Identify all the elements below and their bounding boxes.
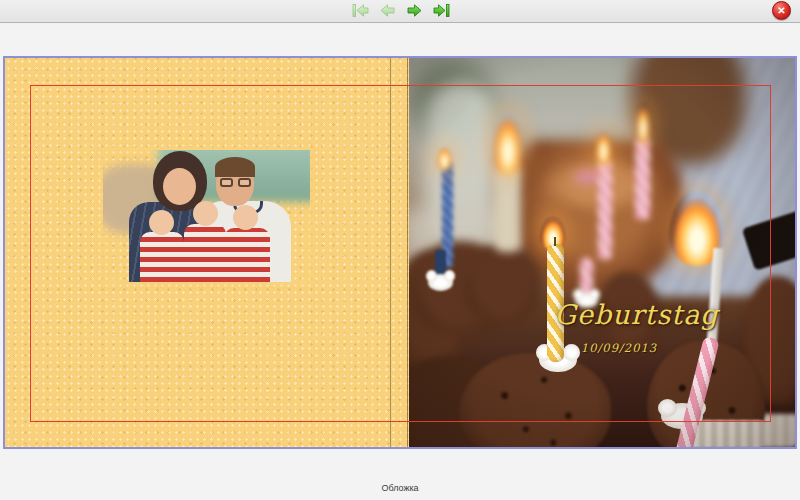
cream-candle: [494, 164, 521, 252]
photobook-editor-window: ✕ Обложка: [0, 0, 800, 500]
page-navigation-group: [352, 3, 450, 18]
first-page-button[interactable]: [352, 3, 369, 18]
baby-face: [149, 210, 174, 235]
father-glasses: [220, 178, 251, 187]
baby-striped-suit: [224, 228, 270, 282]
front-cover-photo[interactable]: Geburtstag 10/09/2013: [409, 58, 795, 447]
last-page-icon: [433, 3, 450, 18]
toolbar: ✕: [0, 0, 800, 23]
cover-date-text[interactable]: 10/09/2013: [559, 341, 679, 355]
previous-page-icon: [379, 3, 396, 18]
father-hair: [215, 157, 255, 177]
pink-candle: [598, 160, 612, 260]
spine-fold-line-right: [407, 58, 408, 447]
last-page-button[interactable]: [433, 3, 450, 18]
candle-flame: [436, 144, 453, 170]
candle-holder: [428, 274, 453, 291]
family-photo[interactable]: [103, 150, 310, 282]
spine-fold-line-left: [390, 58, 391, 447]
next-page-button[interactable]: [406, 3, 423, 18]
pink-candle: [635, 138, 650, 220]
next-page-icon: [406, 3, 423, 18]
mother-face: [163, 168, 196, 205]
baby-face: [193, 201, 218, 226]
candle-flame: [594, 128, 613, 164]
previous-page-button[interactable]: [379, 3, 396, 18]
close-button[interactable]: ✕: [772, 1, 791, 20]
close-icon: ✕: [777, 5, 785, 16]
current-page-label: Обложка: [0, 483, 800, 493]
cover-spread[interactable]: Geburtstag 10/09/2013: [3, 56, 797, 449]
muffin: [465, 244, 541, 326]
baby-striped-suit: [184, 224, 226, 282]
first-page-icon: [352, 3, 369, 18]
cover-title-text[interactable]: Geburtstag: [554, 301, 719, 328]
baby-striped-suit: [140, 232, 184, 282]
baby-face: [233, 205, 258, 230]
